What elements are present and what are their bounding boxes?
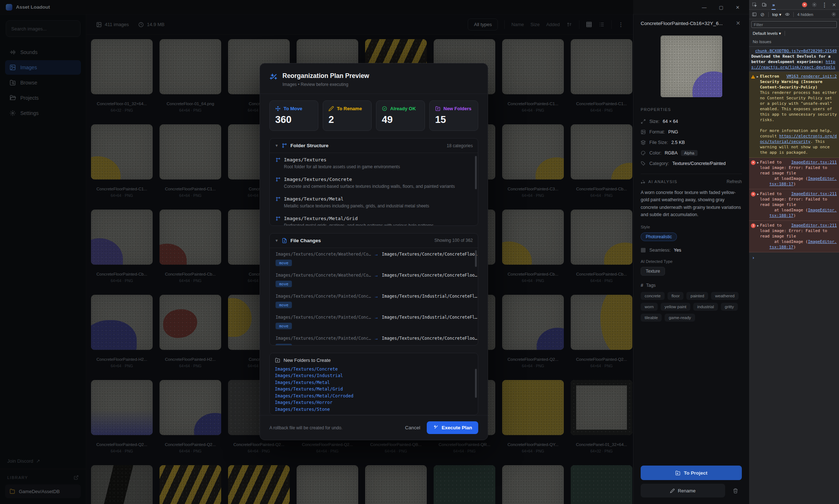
close-inspector-icon[interactable]: ✕ — [734, 18, 742, 28]
property-format: Format:PNG — [641, 127, 742, 137]
stack-trace-link[interactable]: ImageEditor.tsx:188:17 — [769, 239, 837, 249]
file-changes-header[interactable]: ▼ File Changes Showing 100 of 362 — [270, 234, 478, 248]
issues-status[interactable]: No Issues — [749, 38, 839, 47]
expand-icon[interactable]: ▶ — [757, 74, 759, 79]
refresh-button[interactable]: Refresh — [727, 179, 742, 184]
seamless-row: Seamless:Yes — [641, 248, 742, 253]
ai-analysis-label: AI ANALYSIS — [648, 179, 677, 184]
folder-structure-section: ▼ Folder Structure 18 categories Images/… — [269, 138, 478, 226]
arrow-right-icon: → — [374, 336, 379, 341]
action-badge: move — [276, 344, 292, 346]
file-changes-title: File Changes — [290, 238, 321, 243]
tag-badge[interactable]: concrete — [641, 292, 665, 300]
to-project-button[interactable]: To Project — [641, 466, 742, 480]
property-category: Category:Textures/Concrete/Painted — [641, 158, 742, 169]
context-selector[interactable]: top ▾ — [772, 12, 781, 17]
scrollbar[interactable] — [475, 369, 477, 398]
chevron-down-icon: ▼ — [275, 144, 278, 148]
console-prompt[interactable]: › — [749, 252, 839, 263]
move-icon — [275, 106, 281, 111]
tag-badge[interactable]: worn — [641, 303, 658, 311]
hidden-messages-count[interactable]: 4 hidden — [797, 12, 813, 17]
new-folder-path: Images/Textures/Concrete — [275, 366, 473, 373]
tag-badge[interactable]: game-ready — [665, 314, 695, 322]
tag-badge[interactable]: weathered — [711, 292, 739, 300]
wand-icon — [433, 425, 438, 430]
maximize-button[interactable]: ▢ — [719, 5, 723, 10]
scrollbar[interactable] — [475, 156, 477, 189]
stat-card-to-move: To Move360 — [269, 100, 318, 131]
devtools-close-icon[interactable]: ✕ — [832, 2, 836, 8]
expand-icon[interactable]: ▶ — [757, 223, 759, 228]
tree-icon — [282, 143, 287, 148]
property-size: Size:64 × 64 — [641, 116, 742, 127]
arrow-right-icon: → — [374, 315, 379, 320]
stat-card-to-rename: To Rename2 — [323, 100, 372, 131]
tag-badge[interactable]: floor — [668, 292, 683, 300]
tag-badge[interactable]: industrial — [693, 303, 718, 311]
error-icon: ✕ — [751, 160, 756, 165]
inspect-element-icon[interactable] — [752, 2, 757, 7]
console-filter-input[interactable] — [751, 21, 837, 28]
tag-badge[interactable]: yellow paint — [661, 303, 690, 311]
file-change-row[interactable]: Images/Textures/Concrete/Weathered/Co…→I… — [270, 269, 478, 290]
more-tabs-icon[interactable]: » — [772, 2, 776, 8]
expand-icon[interactable]: ▶ — [757, 191, 759, 197]
folder-plus-icon — [275, 358, 280, 363]
check-icon — [382, 106, 387, 111]
eye-icon[interactable] — [785, 12, 790, 17]
console-settings-icon[interactable] — [831, 12, 836, 17]
action-badge: move — [276, 281, 292, 287]
source-link[interactable]: VM163 renderer_init:2 — [786, 74, 837, 79]
error-status-icon[interactable]: ✕ — [802, 2, 807, 7]
close-window-button[interactable]: ✕ — [736, 5, 740, 10]
tags-label: Tags — [646, 283, 656, 288]
chevron-down-icon: ▼ — [275, 239, 278, 243]
scrollbar[interactable] — [475, 250, 477, 267]
arrow-right-icon: → — [374, 273, 379, 278]
clear-console-icon[interactable]: ⊘ — [760, 12, 765, 17]
source-link[interactable]: ImageEditor.tsx:211 — [791, 160, 837, 165]
cancel-button[interactable]: Cancel — [398, 422, 427, 434]
asset-preview — [661, 36, 722, 97]
source-link[interactable]: chunk-BCXODTBQ.js?v=8d728290:21549 — [755, 48, 837, 54]
warning-icon — [751, 75, 755, 79]
folder-structure-item[interactable]: Images/Textures/Metal/GridPerforated met… — [270, 212, 478, 226]
tag-badge[interactable]: painted — [686, 292, 708, 300]
new-folders-section: New Folders to Create Images/Textures/Co… — [269, 353, 478, 415]
file-change-row[interactable]: Images/Textures/Concrete/Painted/Conc…→I… — [270, 290, 478, 311]
file-change-row[interactable]: Images/Textures/Concrete/Painted/Conc…→I… — [270, 332, 478, 346]
file-changes-count: Showing 100 of 362 — [434, 238, 473, 243]
console-info-message: chunk-BCXODTBQ.js?v=8d728290:21549Downlo… — [749, 47, 839, 72]
tag-badge[interactable]: tileable — [641, 314, 662, 322]
wand-icon — [269, 73, 277, 81]
device-toolbar-icon[interactable] — [762, 2, 767, 7]
folder-structure-item[interactable]: Images/Textures/MetalMetallic surface te… — [270, 192, 478, 212]
devtools-menu-icon[interactable]: ⋮ — [822, 1, 827, 8]
stat-card-already-ok: Already OK49 — [376, 100, 425, 131]
tag-badge[interactable]: gritty — [721, 303, 738, 311]
execute-plan-button[interactable]: Execute Plan — [427, 421, 478, 434]
expand-icon[interactable]: ▶ — [757, 160, 759, 165]
rename-button[interactable]: Rename — [641, 484, 725, 497]
source-link[interactable]: ImageEditor.tsx:211 — [791, 223, 837, 228]
modal-title: Reorganization Plan Preview — [282, 72, 369, 80]
palette-icon — [641, 150, 646, 156]
reorganization-modal: Reorganization Plan Preview Images • Rev… — [260, 63, 488, 440]
file-change-row[interactable]: Images/Textures/Concrete/Weathered/Co…→I… — [270, 248, 478, 269]
log-levels-dropdown[interactable]: Default levels ▾ — [753, 31, 781, 36]
layers-icon — [641, 140, 646, 145]
tag-list: concretefloorpaintedweatheredwornyellow … — [641, 292, 742, 322]
folder-structure-header[interactable]: ▼ Folder Structure 18 categories — [270, 139, 478, 153]
console-sidebar-icon[interactable] — [752, 12, 757, 17]
source-link[interactable]: ImageEditor.tsx:211 — [791, 191, 837, 197]
devtools-settings-icon[interactable] — [812, 2, 817, 7]
property-filesize: File Size:2.5 KB — [641, 137, 742, 148]
delete-button[interactable] — [729, 484, 742, 497]
folder-structure-item[interactable]: Images/TexturesRoot folder for all textu… — [270, 153, 478, 173]
folder-structure-item[interactable]: Images/Textures/ConcreteConcrete and cem… — [270, 173, 478, 192]
stack-trace-link[interactable]: ImageEditor.tsx:188:17 — [769, 208, 837, 218]
file-change-row[interactable]: Images/Textures/Concrete/Painted/Conc…→I… — [270, 311, 478, 332]
minimize-button[interactable]: — — [702, 5, 707, 10]
stack-trace-link[interactable]: ImageEditor.tsx:188:17 — [769, 176, 837, 186]
